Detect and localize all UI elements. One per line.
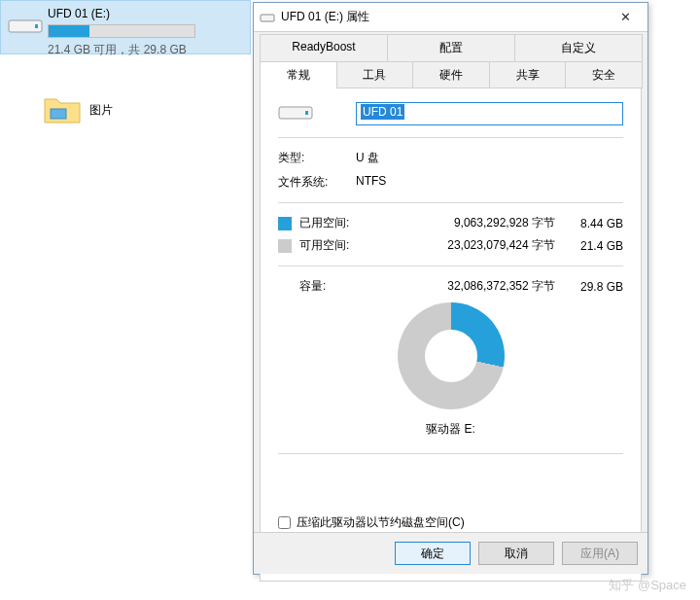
dialog-buttons: 确定 取消 应用(A) bbox=[254, 532, 648, 574]
cancel-button[interactable]: 取消 bbox=[478, 542, 554, 565]
apply-button[interactable]: 应用(A) bbox=[562, 542, 638, 565]
capacity-fill bbox=[49, 25, 89, 37]
compress-checkbox-row[interactable]: 压缩此驱动器以节约磁盘空间(C) bbox=[278, 514, 623, 531]
used-swatch-icon bbox=[278, 217, 292, 230]
watermark: 知乎 @Space bbox=[609, 577, 686, 594]
folder-label: 图片 bbox=[89, 102, 113, 119]
fs-value: NTFS bbox=[356, 174, 623, 191]
svg-rect-5 bbox=[305, 111, 308, 115]
volume-name-input[interactable]: UFD 01 bbox=[356, 102, 623, 125]
tab-readyboost[interactable]: ReadyBoost bbox=[260, 34, 388, 61]
capacity-text: 21.4 GB 可用，共 29.8 GB bbox=[48, 42, 244, 58]
titlebar-text: UFD 01 (E:) 属性 bbox=[281, 9, 604, 25]
explorer-folder-item[interactable]: 图片 bbox=[43, 93, 113, 127]
drive-small-icon bbox=[260, 10, 275, 25]
tab-sharing[interactable]: 共享 bbox=[489, 61, 567, 88]
used-label: 已用空间: bbox=[299, 215, 369, 231]
ok-button[interactable]: 确定 bbox=[395, 542, 471, 565]
type-label: 类型: bbox=[278, 150, 356, 166]
free-swatch-icon bbox=[278, 239, 292, 253]
svg-rect-3 bbox=[261, 15, 274, 21]
titlebar[interactable]: UFD 01 (E:) 属性 ✕ bbox=[254, 3, 648, 32]
divider bbox=[278, 137, 623, 138]
general-pane: UFD 01 类型:U 盘 文件系统:NTFS 已用空间: 9,063,292,… bbox=[260, 88, 642, 582]
drive-icon bbox=[8, 15, 43, 36]
free-label: 可用空间: bbox=[299, 237, 369, 254]
divider bbox=[278, 453, 623, 454]
type-value: U 盘 bbox=[356, 150, 623, 166]
close-icon: ✕ bbox=[620, 10, 631, 24]
used-human: 8.44 GB bbox=[569, 217, 623, 230]
properties-dialog: UFD 01 (E:) 属性 ✕ ReadyBoost 配置 自定义 常规 工具… bbox=[253, 2, 648, 575]
tab-security[interactable]: 安全 bbox=[565, 61, 643, 88]
tab-customize[interactable]: 自定义 bbox=[514, 34, 643, 61]
divider bbox=[278, 202, 623, 203]
folder-icon bbox=[43, 93, 82, 127]
divider bbox=[278, 265, 623, 266]
drive-title: UFD 01 (E:) bbox=[48, 7, 244, 20]
close-button[interactable]: ✕ bbox=[604, 3, 648, 31]
donut-icon bbox=[398, 302, 505, 409]
drive-icon-large bbox=[278, 103, 356, 125]
fs-label: 文件系统: bbox=[278, 174, 356, 191]
compress-checkbox[interactable] bbox=[278, 516, 291, 529]
tab-general[interactable]: 常规 bbox=[260, 61, 337, 88]
cap-bytes: 32,086,372,352 字节 bbox=[369, 278, 569, 295]
cap-label: 容量: bbox=[299, 278, 369, 295]
explorer-panel: UFD 01 (E:) 21.4 GB 可用，共 29.8 GB 图片 bbox=[0, 0, 251, 600]
usage-chart: 驱动器 E: bbox=[278, 302, 623, 438]
tab-quota[interactable]: 配置 bbox=[387, 34, 515, 61]
chart-label: 驱动器 E: bbox=[426, 421, 475, 438]
svg-rect-1 bbox=[35, 24, 38, 28]
explorer-drive-item[interactable]: UFD 01 (E:) 21.4 GB 可用，共 29.8 GB bbox=[0, 0, 251, 54]
cap-human: 29.8 GB bbox=[569, 280, 623, 294]
capacity-bar bbox=[48, 24, 195, 38]
tab-tools[interactable]: 工具 bbox=[336, 61, 414, 88]
compress-label: 压缩此驱动器以节约磁盘空间(C) bbox=[297, 514, 465, 531]
used-bytes: 9,063,292,928 字节 bbox=[369, 215, 569, 231]
free-bytes: 23,023,079,424 字节 bbox=[369, 237, 569, 254]
free-human: 21.4 GB bbox=[569, 239, 623, 253]
tab-hardware[interactable]: 硬件 bbox=[412, 61, 490, 88]
svg-rect-2 bbox=[51, 109, 66, 119]
tab-area: ReadyBoost 配置 自定义 常规 工具 硬件 共享 安全 bbox=[254, 32, 648, 88]
